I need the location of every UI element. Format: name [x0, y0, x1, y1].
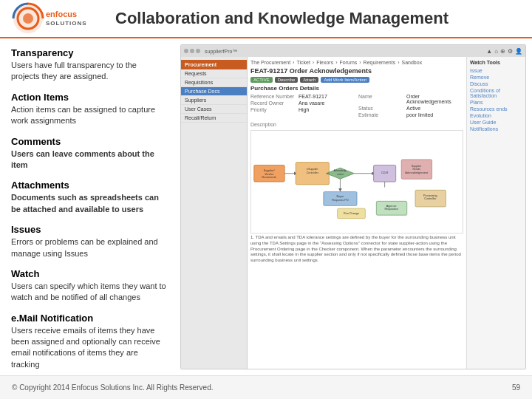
feature-comments-bold: Users can leave comments about the item	[11, 149, 154, 169]
mockup-sidebar-plans[interactable]: Plans	[470, 99, 522, 106]
feature-comments: Comments Users can leave comments about …	[11, 136, 166, 171]
mockup-form-estimate: Estimate poor limited	[358, 112, 463, 117]
mockup-sidebar-notifications[interactable]: Notifications	[470, 126, 522, 132]
mockup-sidebar-evolution[interactable]: Evolution	[470, 112, 522, 119]
breadcrumb-sep-3: ›	[335, 60, 337, 65]
breadcrumb-item-6[interactable]: Sandbox	[402, 60, 423, 65]
breadcrumb-item-5[interactable]: Requirements	[364, 60, 396, 65]
mockup-value-estimate: poor limited	[406, 112, 433, 117]
mockup-value-owner: Ana vasare	[299, 100, 324, 106]
svg-text:Processing: Processing	[423, 194, 437, 197]
mockup-label-ref: Reference Number	[250, 94, 299, 99]
mockup-sidebar-issue[interactable]: Issue	[470, 67, 522, 74]
svg-text:Acknowledg-: Acknowledg-	[334, 169, 347, 172]
mockup-btn-add-work-item[interactable]: Add Work Item/Action	[321, 77, 369, 83]
left-panel: Transparency Users have full transparenc…	[0, 38, 177, 375]
feature-comments-desc: Users can leave comments about the item	[11, 149, 166, 171]
svg-text:Supplier/: Supplier/	[264, 169, 276, 172]
feature-issues: Issues Errors or problems can be explain…	[11, 224, 166, 259]
mockup-status-badge: ACTIVE	[250, 77, 273, 83]
mockup-value-priority: High	[299, 107, 309, 112]
mockup-page-title: FEAT-91217 Order Acknowledgements	[250, 67, 372, 75]
breadcrumb-sep-1: ›	[293, 60, 294, 65]
copyright-text: © Copyright 2014 Enfocus Solutions Inc. …	[12, 383, 214, 392]
svg-text:CD-R: CD-R	[381, 171, 389, 174]
feature-action-items-desc: Action items can be assigned to capture …	[11, 104, 166, 127]
mockup-btn-attach[interactable]: Attach	[300, 77, 318, 83]
mockup-nav-recall-return[interactable]: Recall/Return	[181, 114, 247, 123]
mockup-nav-user-cases[interactable]: User Cases	[181, 105, 247, 114]
mockup-nav-suppliers[interactable]: Suppliers	[181, 96, 247, 105]
toolbar-dot-3	[196, 49, 200, 53]
feature-transparency-desc: Users have full transparency to the proj…	[11, 60, 166, 83]
mockup-form-col-left: Reference Number FEAT-91217 Record Owner…	[250, 94, 355, 119]
mockup-label-estimate: Estimate	[358, 112, 406, 117]
mockup-description-label: Description	[250, 122, 463, 127]
svg-text:Approve: Approve	[386, 205, 397, 208]
mockup-breadcrumb: The Procurement › Ticket › Flexors › For…	[250, 60, 463, 65]
mockup-sidebar-discuss[interactable]: Discuss	[470, 81, 522, 87]
flowchart-svg: Supplier/ Vendor Documents eSupplier Con…	[251, 131, 463, 233]
mockup-form-col-right: Name Order Acknowledgements Status Activ…	[358, 94, 463, 119]
feature-watch: Watch Users can specify which items they…	[11, 268, 166, 304]
breadcrumb-sep-4: ›	[359, 60, 361, 65]
mockup-form-status: Status Active	[358, 106, 463, 111]
svg-text:eSupplier: eSupplier	[307, 168, 319, 171]
mockup-sidebar-resources[interactable]: Resources ends	[470, 106, 522, 112]
svg-text:ement: ement	[337, 173, 344, 176]
mockup-flowchart: Supplier/ Vendor Documents eSupplier Con…	[250, 130, 463, 233]
svg-text:Run Change: Run Change	[344, 212, 359, 215]
mockup-value-status: Active	[406, 106, 420, 111]
nav-icon: ▲	[486, 48, 492, 55]
mockup-sidebar-user-guide[interactable]: User Guide	[470, 119, 522, 126]
logo-solutions: SOLUTIONS	[46, 20, 87, 27]
feature-action-items: Action Items Action items can be assigne…	[11, 92, 166, 127]
user-icon: 👤	[515, 48, 522, 55]
feature-email-title: e.Mail Notification	[11, 313, 166, 324]
mockup-sidebar-conditions[interactable]: Conditions of Satisfaction	[470, 87, 522, 99]
logo-text: enfocus SOLUTIONS	[46, 10, 87, 27]
mockup-app-name: supplierfPro™	[205, 49, 485, 54]
feature-issues-title: Issues	[11, 224, 166, 235]
mockup-sidebar-remove[interactable]: Remove	[470, 74, 522, 81]
mockup-nav-header: Procurement	[181, 60, 247, 69]
main-content: Transparency Users have full transparenc…	[0, 38, 532, 375]
breadcrumb-item-2[interactable]: Ticket	[296, 60, 310, 65]
mockup-title-bar: FEAT-91217 Order Acknowledgements	[250, 67, 463, 75]
page-title: Collaboration and Knowledge Management	[115, 9, 449, 28]
mockup-btn-describe[interactable]: Describe	[275, 77, 299, 83]
search-icon: ⊕	[500, 48, 505, 55]
svg-text:Documents: Documents	[262, 176, 276, 179]
breadcrumb-item-3[interactable]: Flexors	[316, 60, 333, 65]
mockup-toolbar: supplierfPro™ ▲ ⌂ ⊕ ⚙ 👤	[181, 45, 525, 57]
svg-text:Sends: Sends	[412, 168, 420, 171]
mockup-toolbar-icons: ▲ ⌂ ⊕ ⚙ 👤	[486, 48, 522, 55]
breadcrumb-item-1[interactable]: The Procurement	[250, 60, 290, 65]
feature-attachments-desc: Documents such as spreadsheets can be at…	[11, 192, 166, 215]
svg-marker-15	[338, 188, 342, 192]
breadcrumb-item-4[interactable]: Forums	[340, 60, 358, 65]
mockup-nav-requisitions[interactable]: Requisitions	[181, 78, 247, 87]
mockup-sidebar-title: Watch Tools	[470, 60, 522, 65]
feature-watch-desc: Users can specify which items they want …	[11, 281, 166, 304]
svg-point-2	[23, 13, 33, 24]
mockup-note-1: 1. TDA and emails and TDA tolerance sett…	[250, 235, 461, 262]
mockup-right-sidebar: Watch Tools Issue Remove Discuss Conditi…	[466, 57, 525, 369]
mockup-form-priority: Priority High	[250, 107, 355, 112]
mockup-value-ref: FEAT-91217	[299, 94, 327, 99]
mockup-main-area: The Procurement › Ticket › Flexors › For…	[248, 57, 466, 369]
header: enfocus SOLUTIONS Collaboration and Know…	[0, 0, 532, 38]
mockup-label-owner: Record Owner	[250, 100, 299, 106]
enfocus-logo-icon	[12, 2, 44, 35]
mockup-notes-area: 1. TDA and emails and TDA tolerance sett…	[250, 235, 463, 264]
mockup-nav-requests[interactable]: Requests	[181, 69, 247, 78]
mockup-value-name: Order Acknowledgements	[406, 94, 463, 104]
svg-text:Requests PO: Requests PO	[332, 199, 348, 202]
feature-email: e.Mail Notification Users receive emails…	[11, 313, 166, 371]
feature-attachments-title: Attachments	[11, 180, 166, 191]
feature-transparency: Transparency Users have full transparenc…	[11, 47, 166, 83]
logo-area: enfocus SOLUTIONS	[12, 2, 108, 35]
mockup-nav-purchase-docs[interactable]: Purchase Docs	[181, 87, 247, 96]
feature-attachments: Attachments Documents such as spreadshee…	[11, 180, 166, 215]
svg-text:Vendor: Vendor	[265, 173, 274, 176]
